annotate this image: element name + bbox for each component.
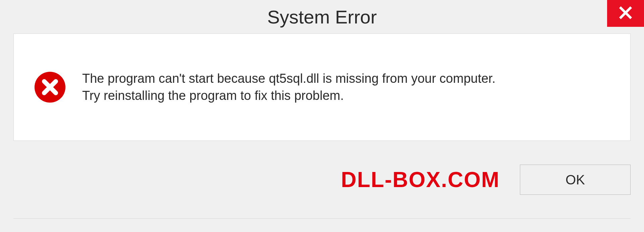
divider — [13, 218, 631, 219]
error-message: The program can't start because qt5sql.d… — [82, 70, 610, 105]
error-message-line1: The program can't start because qt5sql.d… — [82, 70, 610, 87]
dialog-footer: DLL-BOX.COM OK — [13, 141, 631, 219]
close-icon — [619, 6, 633, 21]
ok-button[interactable]: OK — [520, 165, 631, 195]
watermark-text: DLL-BOX.COM — [341, 167, 500, 192]
dialog-header: System Error — [0, 0, 644, 34]
dialog-title: System Error — [267, 6, 377, 28]
close-button[interactable] — [607, 0, 644, 27]
error-icon — [34, 71, 66, 103]
content-panel: The program can't start because qt5sql.d… — [13, 34, 631, 141]
error-message-line2: Try reinstalling the program to fix this… — [82, 87, 610, 104]
